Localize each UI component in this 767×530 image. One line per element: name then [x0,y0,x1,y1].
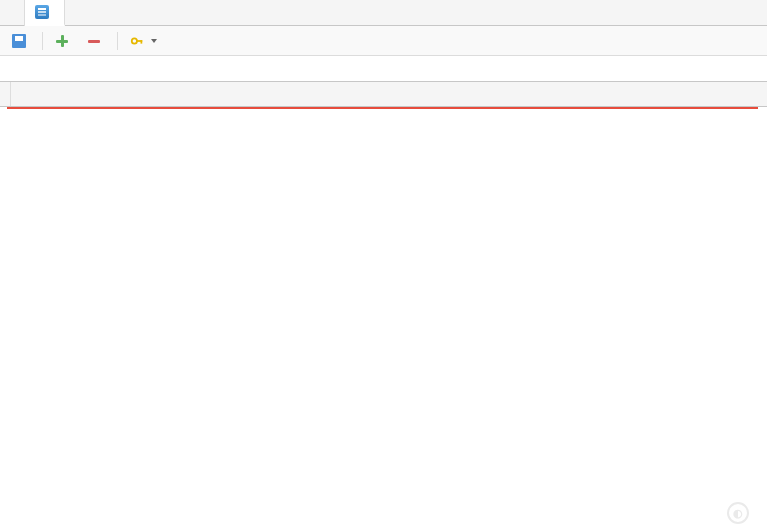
watermark: ◐ [727,502,757,524]
svg-rect-1 [38,11,46,13]
svg-rect-5 [141,40,143,44]
section-tabs [0,56,767,82]
separator [117,32,118,50]
plus-icon [55,34,69,48]
table-header-row [0,82,767,106]
tab-table-design[interactable] [25,0,65,26]
primary-key-button[interactable] [124,31,163,51]
tab-objects[interactable] [4,0,25,26]
svg-rect-2 [38,14,46,16]
save-icon [12,34,26,48]
separator [42,32,43,50]
watermark-icon: ◐ [727,502,749,524]
window-tabbar [0,0,767,26]
save-button[interactable] [6,31,36,51]
col-header-key[interactable] [640,82,700,106]
chevron-down-icon [151,39,157,43]
col-header-name[interactable] [10,82,265,106]
delete-field-button[interactable] [81,31,111,51]
toolbar [0,26,767,56]
table-icon [35,5,49,19]
col-header-size[interactable] [465,82,525,106]
svg-rect-0 [38,8,46,10]
minus-icon [87,34,101,48]
col-header-scale[interactable] [525,82,585,106]
col-header-type[interactable] [265,82,465,106]
add-field-button[interactable] [49,31,79,51]
highlight-box [7,107,758,109]
col-header-notnull[interactable] [585,82,640,106]
fields-table [0,82,767,107]
key-icon [130,34,144,48]
col-header-comment[interactable] [700,82,767,106]
